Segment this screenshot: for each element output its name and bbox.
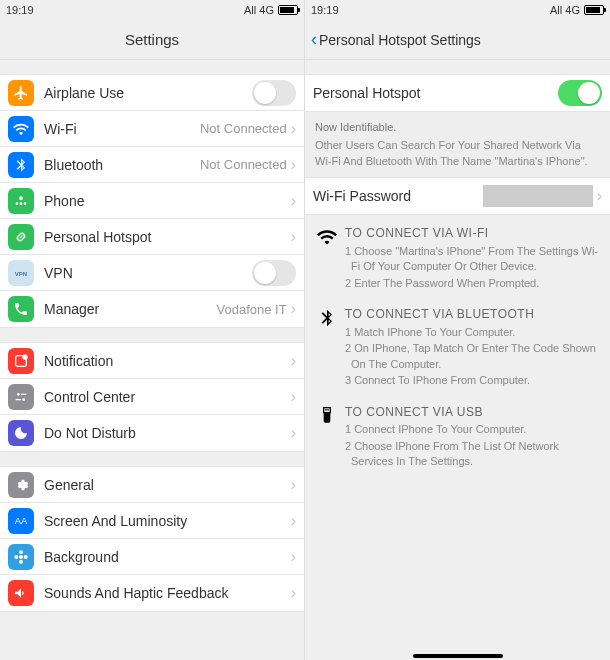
info-title: Now Identifiable. xyxy=(315,120,600,135)
status-bar: 19:19 All 4G xyxy=(0,0,304,20)
wifi-row[interactable]: Wi-FiNot Connected› xyxy=(0,111,304,147)
instruct-title: TO CONNECT VIA BLUETOOTH xyxy=(345,306,602,323)
group-connectivity: Airplane UseWi-FiNot Connected›Bluetooth… xyxy=(0,74,304,328)
airplane-use-row[interactable]: Airplane Use xyxy=(0,75,304,111)
phone-icon xyxy=(8,188,34,214)
group-general: General›Screen And Luminosity›Background… xyxy=(0,466,304,612)
background-label: Background xyxy=(44,549,291,565)
hotspot-toggle-group: Personal Hotspot xyxy=(305,74,610,112)
vpn-row[interactable]: VPN xyxy=(0,255,304,291)
personal-hotspot-row[interactable]: Personal Hotspot› xyxy=(0,219,304,255)
wifi-value: Not Connected xyxy=(200,121,287,136)
sounds-haptic-label: Sounds And Haptic Feedback xyxy=(44,585,291,601)
manager-label: Manager xyxy=(44,301,217,317)
instruct-step: 1 Choose "Martina's IPhone" From The Set… xyxy=(345,244,602,275)
background-row[interactable]: Background› xyxy=(0,539,304,575)
back-icon[interactable]: ‹ xyxy=(311,29,317,50)
cc-icon xyxy=(8,384,34,410)
wifi-password-field[interactable] xyxy=(483,185,593,207)
chevron-right-icon: › xyxy=(291,584,296,602)
phone-label: Phone xyxy=(44,193,291,209)
instruct-step: 1 Connect IPhone To Your Computer. xyxy=(345,422,602,437)
manager-row[interactable]: ManagerVodafone IT› xyxy=(0,291,304,327)
control-center-row[interactable]: Control Center› xyxy=(0,379,304,415)
wifi-label: Wi-Fi xyxy=(44,121,200,137)
status-network: All 4G xyxy=(244,4,274,16)
wifi-icon xyxy=(8,116,34,142)
sounds-haptic-row[interactable]: Sounds And Haptic Feedback› xyxy=(0,575,304,611)
chevron-right-icon: › xyxy=(291,192,296,210)
hotspot-toggle-label: Personal Hotspot xyxy=(313,85,558,101)
instruct-bluetooth: TO CONNECT VIA BLUETOOTH1 Match IPhone T… xyxy=(313,306,602,389)
instruct-step: 2 On IPhone, Tap Match Or Enter The Code… xyxy=(345,341,602,372)
bluetooth-value: Not Connected xyxy=(200,157,287,172)
moon-icon xyxy=(8,420,34,446)
wifi-password-row[interactable]: Wi-Fi Password › xyxy=(305,178,610,214)
status-right: All 4G xyxy=(244,4,298,16)
instruct-step: 2 Enter The Password When Prompted. xyxy=(345,276,602,291)
instruct-step: 1 Match IPhone To Your Computer. xyxy=(345,325,602,340)
airplane-use-label: Airplane Use xyxy=(44,85,252,101)
notif-icon xyxy=(8,348,34,374)
chevron-right-icon: › xyxy=(291,424,296,442)
chevron-right-icon: › xyxy=(291,156,296,174)
personal-hotspot-label: Personal Hotspot xyxy=(44,229,291,245)
instruct-step: 3 Connect To IPhone From Computer. xyxy=(345,373,602,388)
call-icon xyxy=(8,296,34,322)
group-notifications: Notification›Control Center›Do Not Distu… xyxy=(0,342,304,452)
hotspot-toggle-row[interactable]: Personal Hotspot xyxy=(305,75,610,111)
wifi-password-label: Wi-Fi Password xyxy=(313,188,483,204)
usb-icon xyxy=(313,404,341,471)
aa-icon xyxy=(8,508,34,534)
chevron-right-icon: › xyxy=(291,476,296,494)
home-indicator[interactable] xyxy=(413,654,503,658)
bluetooth-row[interactable]: BluetoothNot Connected› xyxy=(0,147,304,183)
chevron-right-icon: › xyxy=(291,352,296,370)
gear-icon xyxy=(8,472,34,498)
settings-pane: 19:19 All 4G Settings Airplane UseWi-FiN… xyxy=(0,0,305,660)
screen-luminosity-label: Screen And Luminosity xyxy=(44,513,291,529)
do-not-disturb-row[interactable]: Do Not Disturb› xyxy=(0,415,304,451)
instruct-step: 2 Choose IPhone From The List Of Network… xyxy=(345,439,602,470)
instruct-usb: TO CONNECT VIA USB1 Connect IPhone To Yo… xyxy=(313,404,602,471)
general-row[interactable]: General› xyxy=(0,467,304,503)
bluetooth-icon xyxy=(8,152,34,178)
manager-value: Vodafone IT xyxy=(217,302,287,317)
instruct-title: TO CONNECT VIA USB xyxy=(345,404,602,421)
airplane-use-toggle[interactable] xyxy=(252,80,296,106)
sound-icon xyxy=(8,580,34,606)
screen-luminosity-row[interactable]: Screen And Luminosity› xyxy=(0,503,304,539)
hotspot-pane: 19:19 All 4G ‹ Personal Hotspot Settings… xyxy=(305,0,610,660)
chevron-right-icon: › xyxy=(291,120,296,138)
vpn-label: VPN xyxy=(44,265,252,281)
chevron-right-icon: › xyxy=(291,512,296,530)
instructions: TO CONNECT VIA WI-FI1 Choose "Martina's … xyxy=(305,215,610,494)
chevron-right-icon: › xyxy=(291,228,296,246)
password-group: Wi-Fi Password › xyxy=(305,177,610,215)
status-network: All 4G xyxy=(550,4,580,16)
phone-row[interactable]: Phone› xyxy=(0,183,304,219)
airplane-icon xyxy=(8,80,34,106)
wifi-icon xyxy=(313,225,341,292)
notification-row[interactable]: Notification› xyxy=(0,343,304,379)
link-icon xyxy=(8,224,34,250)
status-time: 19:19 xyxy=(311,4,339,16)
chevron-right-icon: › xyxy=(291,548,296,566)
chevron-right-icon: › xyxy=(291,388,296,406)
general-label: General xyxy=(44,477,291,493)
battery-icon xyxy=(584,5,604,15)
notification-label: Notification xyxy=(44,353,291,369)
hotspot-header: ‹ Personal Hotspot Settings xyxy=(305,20,610,60)
vpn-toggle[interactable] xyxy=(252,260,296,286)
status-time: 19:19 xyxy=(6,4,34,16)
status-bar: 19:19 All 4G xyxy=(305,0,610,20)
hotspot-info: Now Identifiable. Other Users Can Search… xyxy=(305,112,610,177)
hotspot-toggle[interactable] xyxy=(558,80,602,106)
flower-icon xyxy=(8,544,34,570)
settings-title: Settings xyxy=(125,31,179,48)
control-center-label: Control Center xyxy=(44,389,291,405)
do-not-disturb-label: Do Not Disturb xyxy=(44,425,291,441)
battery-icon xyxy=(278,5,298,15)
instruct-title: TO CONNECT VIA WI-FI xyxy=(345,225,602,242)
chevron-right-icon: › xyxy=(597,187,602,205)
